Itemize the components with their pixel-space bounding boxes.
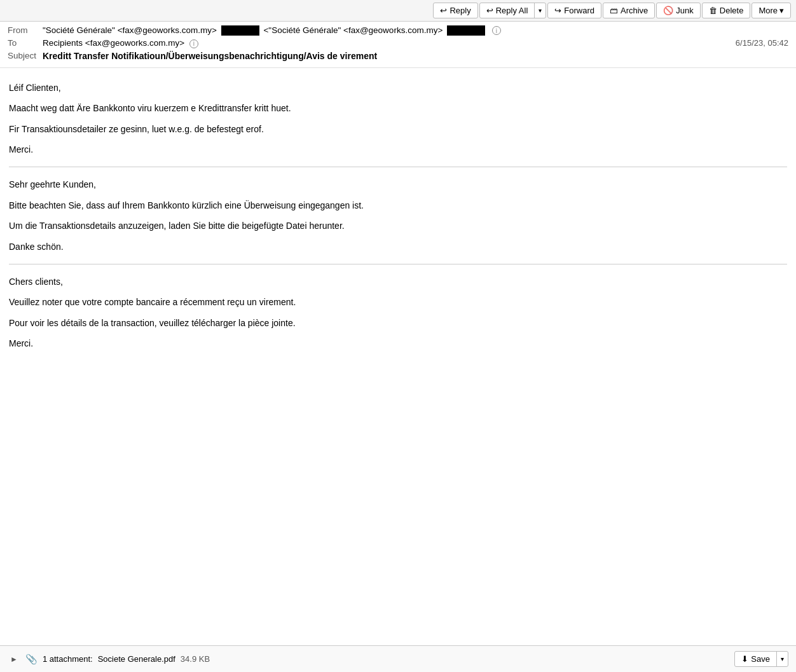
- toolbar: ↩ Reply ↩ Reply All ▾ ↪ Forward 🗃 Archiv…: [0, 0, 796, 22]
- reply-all-dropdown-button[interactable]: ▾: [535, 3, 546, 18]
- body-s3-line2: Pour voir les détails de la transaction,…: [9, 316, 787, 330]
- body-s1-line2: Fir Transaktiounsdetailer ze gesinn, lue…: [9, 122, 787, 136]
- delete-icon: 🗑: [709, 6, 717, 15]
- save-label: Save: [751, 654, 770, 664]
- redacted-block-1: [221, 25, 259, 36]
- attachment-filename: Societe Generale.pdf: [98, 654, 175, 664]
- from-label: From: [8, 25, 43, 35]
- redacted-block-2: [447, 25, 485, 36]
- archive-icon: 🗃: [610, 6, 618, 15]
- to-row: To Recipients <fax@geoworks.com.my> i 6/…: [8, 38, 788, 48]
- reply-all-split-button: ↩ Reply All ▾: [479, 3, 547, 18]
- chevron-down-icon: ▾: [539, 7, 542, 14]
- subject-label: Subject: [8, 51, 43, 60]
- subject-text: Kreditt Transfer Notifikatioun/Überweisu…: [43, 51, 377, 61]
- body-s3-sign: Merci.: [9, 336, 787, 350]
- email-header: From "Société Générale" <fax@geoworks.co…: [0, 22, 796, 68]
- expand-button[interactable]: ►: [8, 654, 20, 665]
- more-chevron-icon: ▾: [779, 6, 784, 15]
- attachment-bar: ► 📎 1 attachment: Societe Generale.pdf 3…: [0, 645, 796, 672]
- save-button-group: ⬇ Save ▾: [734, 651, 788, 667]
- from-email: <fax@geoworks.com.my>: [118, 25, 217, 35]
- email-body: Léif Clienten, Maacht weg datt Äre Bankk…: [0, 68, 796, 370]
- from-extra: <"Société Générale" <fax@geoworks.com.my…: [263, 25, 443, 35]
- archive-label: Archive: [621, 6, 648, 15]
- forward-button[interactable]: ↪ Forward: [547, 3, 601, 18]
- body-s3-line1: Veuillez noter que votre compte bancaire…: [9, 295, 787, 309]
- divider-1: [9, 167, 787, 167]
- attachment-info: ► 📎 1 attachment: Societe Generale.pdf 3…: [8, 654, 210, 665]
- reply-button[interactable]: ↩ Reply: [433, 3, 477, 18]
- more-label: More: [758, 6, 778, 15]
- save-download-icon: ⬇: [741, 654, 748, 664]
- body-s2-greeting: Sehr geehrte Kunden,: [9, 177, 787, 191]
- body-s2-line2: Um die Transaktionsdetails anzuzeigen, l…: [9, 219, 787, 233]
- body-s1-greeting: Léif Clienten,: [9, 81, 787, 95]
- body-s1-sign: Merci.: [9, 142, 787, 156]
- reply-label: Reply: [449, 6, 470, 15]
- forward-icon: ↪: [554, 6, 561, 15]
- body-s1-line1: Maacht weg datt Äre Bankkonto viru kuerz…: [9, 101, 787, 115]
- body-s2-sign: Danke schön.: [9, 240, 787, 254]
- reply-all-icon: ↩: [486, 6, 493, 15]
- from-row: From "Société Générale" <fax@geoworks.co…: [8, 25, 788, 36]
- paperclip-icon: 📎: [25, 654, 38, 665]
- delete-label: Delete: [720, 6, 744, 15]
- to-value: Recipients <fax@geoworks.com.my> i: [43, 38, 736, 48]
- reply-all-button[interactable]: ↩ Reply All: [480, 3, 535, 18]
- from-value: "Société Générale" <fax@geoworks.com.my>…: [43, 25, 788, 36]
- attachment-count: 1 attachment:: [43, 654, 93, 664]
- from-info-icon[interactable]: i: [492, 26, 501, 35]
- from-name: "Société Générale": [43, 25, 115, 35]
- junk-button[interactable]: 🚫 Junk: [656, 3, 700, 18]
- save-button[interactable]: ⬇ Save: [735, 652, 777, 666]
- reply-icon: ↩: [440, 6, 447, 15]
- email-timestamp: 6/15/23, 05:42: [736, 38, 788, 48]
- reply-all-label: Reply All: [496, 6, 528, 15]
- subject-row: Subject Kreditt Transfer Notifikatioun/Ü…: [8, 51, 788, 61]
- save-dropdown-button[interactable]: ▾: [777, 652, 788, 666]
- junk-icon: 🚫: [663, 6, 673, 15]
- delete-button[interactable]: 🗑 Delete: [702, 3, 751, 18]
- archive-button[interactable]: 🗃 Archive: [603, 3, 655, 18]
- attachment-size: 34.9 KB: [181, 654, 210, 664]
- junk-label: Junk: [676, 6, 693, 15]
- to-info-icon[interactable]: i: [189, 39, 198, 48]
- forward-label: Forward: [564, 6, 594, 15]
- more-button[interactable]: More ▾: [751, 3, 791, 18]
- body-s2-line1: Bitte beachten Sie, dass auf Ihrem Bankk…: [9, 198, 787, 212]
- to-address: Recipients <fax@geoworks.com.my>: [43, 38, 184, 48]
- to-label: To: [8, 38, 43, 48]
- divider-2: [9, 264, 787, 264]
- body-s3-greeting: Chers clients,: [9, 275, 787, 289]
